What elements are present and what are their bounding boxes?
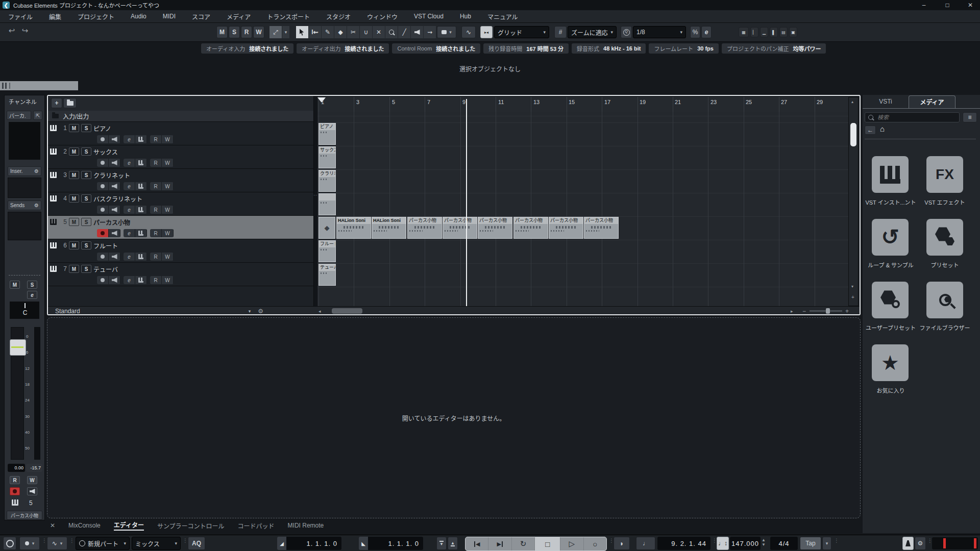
- metronome-button[interactable]: [902, 537, 914, 550]
- setup-window-button[interactable]: ▣: [789, 27, 797, 37]
- tile-presets[interactable]: [926, 219, 963, 256]
- track-mute-button[interactable]: M: [69, 241, 79, 249]
- close-lower-zone-icon[interactable]: ✕: [50, 522, 55, 529]
- chevron-down-icon[interactable]: ▾: [249, 309, 251, 314]
- midi-part-clarinet[interactable]: クラリネット: [318, 170, 336, 192]
- edit-channel-button[interactable]: e: [124, 159, 135, 167]
- project-cursor[interactable]: [466, 99, 467, 306]
- glue-tool[interactable]: ∪: [360, 26, 373, 38]
- track-mute-button[interactable]: M: [69, 147, 79, 156]
- quantize-panel-button[interactable]: e: [701, 26, 712, 38]
- tile-loops-samples[interactable]: ↺: [872, 219, 909, 256]
- time-signature-display[interactable]: 4/4: [770, 537, 798, 550]
- tile-user-presets[interactable]: [872, 282, 909, 318]
- read-button[interactable]: R: [150, 253, 162, 261]
- play-button[interactable]: ▷: [560, 537, 583, 550]
- auto-scroll-combo[interactable]: ⤢ ▾: [270, 26, 290, 38]
- menu-media[interactable]: メディア: [218, 12, 259, 21]
- color-menu-button[interactable]: ▾: [437, 26, 456, 38]
- menu-project[interactable]: プロジェクト: [69, 12, 122, 21]
- edit-channel-button[interactable]: e: [124, 276, 135, 284]
- write-button[interactable]: W: [162, 159, 174, 167]
- monitor-button[interactable]: [109, 182, 120, 190]
- solo-all-button[interactable]: S: [229, 26, 240, 38]
- read-button[interactable]: R: [150, 182, 162, 190]
- menu-studio[interactable]: スタジオ: [318, 12, 359, 21]
- midi-part-percussion-intro[interactable]: ◆: [318, 217, 335, 239]
- instrument-button[interactable]: [135, 253, 147, 261]
- menu-audio[interactable]: Audio: [122, 13, 155, 20]
- scroll-down-icon[interactable]: ▾: [851, 284, 853, 289]
- zoom-in-icon[interactable]: +: [845, 308, 849, 315]
- record-arm-button[interactable]: [97, 253, 109, 261]
- monitor-button[interactable]: [109, 206, 120, 214]
- line-tool[interactable]: ╱: [398, 26, 411, 38]
- track-solo-button[interactable]: S: [81, 147, 91, 156]
- scrub-tool[interactable]: ⇝: [424, 26, 436, 38]
- write-button[interactable]: W: [162, 229, 174, 237]
- automation-curve-button[interactable]: ∿: [461, 26, 476, 38]
- edit-channel-button[interactable]: e: [124, 229, 135, 237]
- menu-transport[interactable]: トランスポート: [259, 12, 318, 21]
- inserts-slots[interactable]: [8, 178, 41, 198]
- track-row-sax[interactable]: 2 M S サックス e RW: [48, 145, 317, 169]
- project-overview-strip[interactable]: [0, 81, 78, 90]
- monitor-button[interactable]: [109, 159, 120, 167]
- track-name[interactable]: フルート: [93, 241, 118, 250]
- track-height-preset[interactable]: Standard: [55, 308, 80, 315]
- pan-control[interactable]: C: [10, 302, 39, 319]
- stop-button[interactable]: □: [535, 537, 560, 550]
- tile-file-browser[interactable]: [926, 282, 963, 318]
- track-name[interactable]: クラリネット: [93, 171, 130, 180]
- midi-part-percussion[interactable]: パーカス小物: [407, 217, 442, 239]
- track-solo-button[interactable]: S: [81, 171, 91, 179]
- close-button[interactable]: ✕: [961, 2, 980, 9]
- write-all-button[interactable]: W: [253, 26, 264, 38]
- inserts-section-button[interactable]: Inser.⚙: [8, 166, 41, 176]
- mute-tool[interactable]: ✕: [373, 26, 385, 38]
- midi-part-percussion[interactable]: パーカス小物: [443, 217, 477, 239]
- instrument-button[interactable]: [135, 206, 147, 214]
- split-tool[interactable]: ✂: [347, 26, 360, 38]
- maximize-button[interactable]: □: [937, 2, 958, 9]
- quantize-icon-button[interactable]: Q: [621, 26, 632, 38]
- tap-tempo-button[interactable]: Tap: [800, 537, 821, 550]
- track-row-percussion-selected[interactable]: 5 M S パーカス小物 e RW: [48, 216, 317, 239]
- menu-midi[interactable]: MIDI: [155, 13, 184, 20]
- channel-solo-button[interactable]: S: [27, 281, 37, 289]
- record-arm-button[interactable]: [97, 159, 109, 167]
- home-button[interactable]: ⌂: [880, 124, 885, 133]
- redo-button[interactable]: ↪: [19, 26, 31, 38]
- vertical-scrollbar[interactable]: ▴ ▾ +: [848, 97, 859, 306]
- tab-chord-pads[interactable]: コードパッド: [238, 521, 275, 530]
- channel-tab[interactable]: パーカ.: [7, 111, 31, 120]
- channel-read-button[interactable]: R: [10, 476, 20, 484]
- midi-part-percussion[interactable]: パーカス小物: [584, 217, 619, 239]
- read-all-button[interactable]: R: [241, 26, 252, 38]
- instrument-button[interactable]: [135, 159, 147, 167]
- horizontal-scroll-handle[interactable]: [332, 308, 362, 314]
- track-preset-button[interactable]: [63, 98, 77, 108]
- edit-channel-button[interactable]: e: [124, 206, 135, 214]
- read-button[interactable]: R: [150, 159, 162, 167]
- click-pattern-button[interactable]: ♩: [636, 537, 655, 550]
- tab-sampler-control[interactable]: サンプラーコントロール: [157, 521, 225, 530]
- add-track-button[interactable]: +: [51, 98, 62, 108]
- range-selection-tool[interactable]: I⇜: [309, 26, 322, 38]
- track-name[interactable]: パーカス小物: [93, 218, 130, 227]
- auto-quantize-button[interactable]: AQ: [188, 537, 205, 550]
- left-locator[interactable]: ◢ 1. 1. 1. 0: [277, 537, 341, 550]
- audio-record-mode-select[interactable]: ミックス▾: [132, 537, 181, 550]
- midi-part-flute[interactable]: フルート: [318, 240, 336, 262]
- erase-tool[interactable]: ◆: [334, 26, 347, 38]
- setup-toolbar-button[interactable]: ▦: [739, 27, 749, 37]
- scroll-right-icon[interactable]: ▸: [791, 309, 793, 314]
- monitor-button[interactable]: [109, 135, 120, 143]
- goto-start-button[interactable]: ◀: [465, 537, 488, 550]
- quantize-preset-select[interactable]: 1/8▾: [633, 26, 686, 38]
- read-button[interactable]: R: [150, 206, 162, 214]
- monitor-button[interactable]: [109, 276, 120, 284]
- sends-slots[interactable]: [8, 212, 41, 240]
- record-arm-button[interactable]: [97, 276, 109, 284]
- midi-part-percussion[interactable]: パーカス小物: [549, 217, 583, 239]
